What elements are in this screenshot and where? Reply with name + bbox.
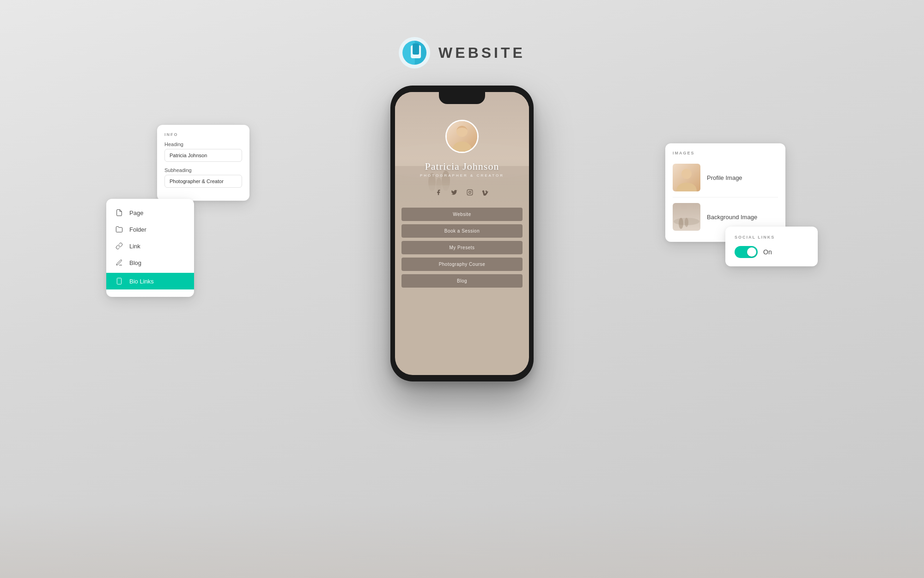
subheading-input[interactable]: Photographer & Creator <box>164 175 242 188</box>
phone-screen: Patricia Johnson PHOTOGRAPHER & CREATOR <box>395 92 529 375</box>
images-panel-label: IMAGES <box>673 151 778 155</box>
nav-item-page[interactable]: Page <box>106 204 194 221</box>
svg-point-20 <box>679 218 683 229</box>
svg-rect-2 <box>413 43 419 55</box>
vimeo-icon <box>482 189 489 197</box>
social-links-toggle-row: On <box>735 246 808 258</box>
link-btn-course[interactable]: Photography Course <box>401 258 523 271</box>
nav-item-blog-label: Blog <box>129 259 141 266</box>
phone-mockup: Patricia Johnson PHOTOGRAPHER & CREATOR <box>390 86 534 381</box>
heading-field-group: Heading Patricia Johnson <box>164 141 242 162</box>
link-icon <box>116 242 123 250</box>
toggle-thumb <box>747 247 756 257</box>
svg-point-21 <box>685 218 688 227</box>
twitter-icon <box>451 189 457 197</box>
profile-image-label: Profile Image <box>707 174 742 181</box>
profile-avatar <box>445 120 479 153</box>
heading-label: Heading <box>164 141 242 147</box>
background-image-thumb <box>673 203 700 231</box>
info-panel-label: INFO <box>164 132 242 137</box>
heading-input[interactable]: Patricia Johnson <box>164 149 242 162</box>
link-buttons-list: Website Book a Session My Presets Photog… <box>401 208 523 288</box>
link-btn-presets[interactable]: My Presets <box>401 241 523 254</box>
nav-item-blog[interactable]: Blog <box>106 254 194 271</box>
nav-item-folder[interactable]: Folder <box>106 221 194 238</box>
svg-rect-11 <box>467 190 473 195</box>
background-image-label: Background Image <box>707 214 757 221</box>
toggle-state-label: On <box>763 248 772 256</box>
page-icon <box>116 209 123 216</box>
biolinks-icon <box>116 277 123 285</box>
subheading-field-group: Subheading Photographer & Creator <box>164 167 242 188</box>
nav-item-biolinks-label: Bio Links <box>129 278 154 285</box>
nav-panel: Page Folder Link Blog <box>106 199 194 297</box>
info-panel: INFO Heading Patricia Johnson Subheading… <box>157 125 249 201</box>
link-btn-website[interactable]: Website <box>401 208 523 221</box>
social-links-label: SOCIAL LINKS <box>735 235 808 240</box>
social-icons-row <box>395 185 529 201</box>
svg-point-12 <box>469 191 471 194</box>
header: WEBSITE <box>399 37 525 68</box>
profile-name: Patricia Johnson <box>395 160 529 172</box>
profile-image-row[interactable]: Profile Image <box>673 160 778 195</box>
nav-item-link-label: Link <box>129 243 140 250</box>
nav-item-biolinks[interactable]: Bio Links <box>106 273 194 289</box>
link-btn-book[interactable]: Book a Session <box>401 224 523 238</box>
link-btn-blog[interactable]: Blog <box>401 274 523 288</box>
facebook-icon <box>435 189 442 197</box>
profile-subtitle: PHOTOGRAPHER & CREATOR <box>395 173 529 178</box>
svg-point-13 <box>471 191 472 191</box>
profile-image-thumb <box>673 164 700 191</box>
folder-icon <box>116 226 123 233</box>
blog-icon <box>116 259 123 266</box>
nav-item-page-label: Page <box>129 209 143 216</box>
nav-item-link[interactable]: Link <box>106 238 194 254</box>
instagram-icon <box>467 189 473 197</box>
images-divider <box>673 197 778 197</box>
social-links-toggle[interactable] <box>735 246 758 258</box>
app-title: WEBSITE <box>438 44 525 61</box>
subheading-label: Subheading <box>164 167 242 173</box>
phone-notch <box>439 92 485 104</box>
table-surface <box>0 504 924 578</box>
svg-point-17 <box>681 169 692 179</box>
svg-rect-14 <box>117 278 121 284</box>
app-logo <box>399 37 430 68</box>
social-links-panel: SOCIAL LINKS On <box>725 227 818 266</box>
nav-item-folder-label: Folder <box>129 226 146 233</box>
